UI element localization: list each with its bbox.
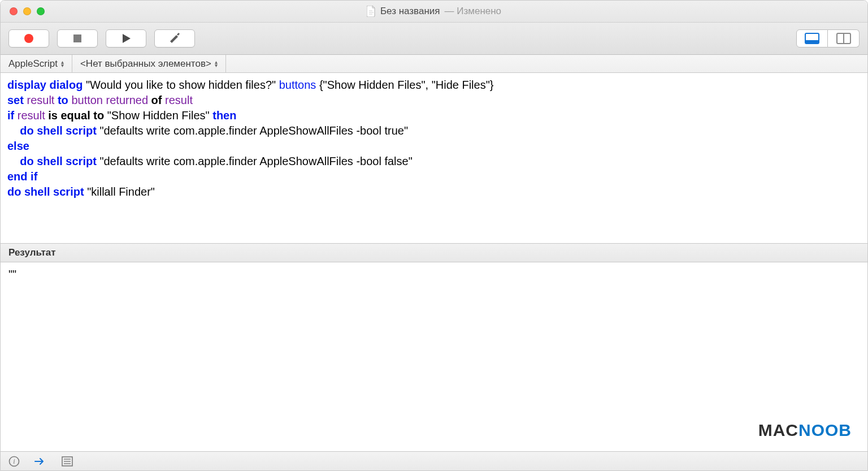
view-mode-group (796, 29, 860, 47)
traffic-lights (1, 7, 45, 15)
titlebar: Без названия — Изменено (1, 1, 867, 23)
result-header: Результат (1, 244, 867, 262)
close-window-button[interactable] (10, 7, 18, 15)
view-editor-button[interactable] (796, 29, 828, 47)
compile-button[interactable] (154, 29, 195, 47)
result-area[interactable]: "" MACNOOB (1, 262, 867, 452)
path-selector[interactable]: <Нет выбранных элементов> ▴▾ (72, 55, 226, 72)
svg-marker-2 (123, 34, 131, 43)
toolbar (1, 23, 867, 55)
description-button[interactable]: i (8, 456, 20, 467)
language-selector[interactable]: AppleScript ▴▾ (1, 55, 72, 72)
script-editor-window: Без названия — Изменено Apple (0, 0, 868, 471)
svg-point-0 (24, 34, 33, 43)
run-button[interactable] (106, 29, 146, 47)
zoom-window-button[interactable] (37, 7, 45, 15)
script-editor-area[interactable]: display dialog "Would you like to show h… (1, 73, 867, 244)
document-icon (367, 6, 376, 17)
language-label: AppleScript (8, 58, 58, 70)
status-bar: i (1, 452, 867, 470)
record-button[interactable] (8, 29, 49, 47)
log-pane-button[interactable] (62, 456, 73, 466)
chevron-updown-icon: ▴▾ (61, 61, 64, 67)
svg-rect-1 (73, 34, 81, 42)
window-title: Без названия — Изменено (1, 6, 867, 17)
navigation-bar: AppleScript ▴▾ <Нет выбранных элементов>… (1, 55, 867, 73)
window-title-text: Без названия (380, 6, 440, 17)
watermark: MACNOOB (758, 421, 852, 440)
window-modified-status: — Изменено (445, 6, 502, 17)
result-pane-button[interactable] (34, 456, 47, 466)
chevron-updown-icon: ▴▾ (215, 61, 218, 67)
svg-text:i: i (13, 457, 15, 465)
stop-button[interactable] (57, 29, 98, 47)
code-content: display dialog "Would you like to show h… (7, 77, 861, 200)
minimize-window-button[interactable] (23, 7, 31, 15)
path-label: <Нет выбранных элементов> (80, 58, 211, 70)
svg-rect-4 (805, 40, 819, 44)
view-split-button[interactable] (828, 29, 860, 47)
result-header-label: Результат (8, 247, 56, 258)
result-value: "" (8, 268, 16, 280)
